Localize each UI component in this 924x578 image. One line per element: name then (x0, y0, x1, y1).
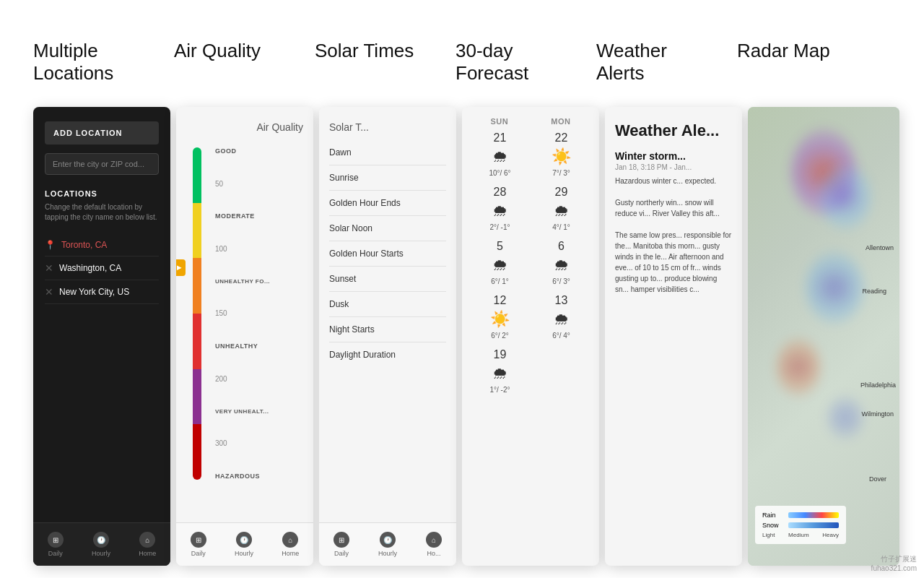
air-daily-icon: ⊞ (191, 532, 206, 548)
tab-solar-hourly[interactable]: 🕐 Hourly (378, 532, 397, 557)
screen-solar: Solar T... Dawn Sunrise Golden Hour Ends… (319, 107, 456, 566)
forecast-day-29: 29 🌧 4°/ 1° (534, 186, 588, 231)
tab-home-label: Home (139, 550, 156, 557)
tab-air-daily[interactable]: ⊞ Daily (191, 532, 206, 557)
city-philadelphia: Philadelphia (860, 381, 896, 389)
alert-date: Jan 18, 3:18 PM - Jan... (615, 163, 732, 171)
aqi-number-200: 200 (215, 375, 303, 383)
city-reading: Reading (862, 288, 886, 295)
tab-bar-solar: ⊞ Daily 🕐 Hourly ⌂ Ho... (319, 522, 456, 566)
solar-golden-hour-ends: Golden Hour Ends (329, 191, 446, 216)
radar-blob-blue-1 (820, 165, 871, 230)
locations-section-desc: Change the default location by tapping t… (45, 202, 159, 223)
forecast-row-4: 12 ☀️ 6°/ 2° 13 🌧 6°/ 4° (469, 294, 592, 340)
screen-radar-map: Allentown Reading Philadelphia Wilmingto… (748, 107, 899, 566)
aqi-label-good: GOOD (215, 147, 303, 155)
forecast-date-21: 21 (494, 131, 507, 144)
radar-legend: Rain Snow Light Medium Heavy (755, 506, 846, 544)
solar-noon: Solar Noon (329, 216, 446, 241)
aqi-very-unhealthy-segment (193, 369, 201, 425)
aqi-number-50: 50 (215, 180, 303, 188)
forecast-day-5: 5 🌧 6°/ 1° (473, 240, 527, 285)
screen-locations: ADD LOCATION Enter the city or ZIP cod..… (33, 107, 170, 566)
forecast-mon-header: MON (551, 117, 570, 126)
screen-air-quality: Air Quality 122 GOOD (176, 107, 313, 566)
forecast-date-6: 6 (558, 240, 565, 253)
radar-blob-blue-3 (827, 396, 863, 439)
alert-winter-storm: Winter storm... Jan 18, 3:18 PM - Jan...… (615, 150, 732, 295)
tab-home[interactable]: ⌂ Home (139, 532, 156, 557)
forecast-temp-28: 2°/ -1° (489, 223, 510, 231)
daily-icon: ⊞ (48, 532, 64, 548)
aqi-bar-container: 122 (186, 147, 208, 480)
tab-solar-home[interactable]: ⌂ Ho... (426, 532, 442, 557)
aqi-unhealthy-sensitive-segment (193, 258, 201, 314)
forecast-icon-28: 🌧 (492, 202, 508, 220)
forecast-day-28: 28 🌧 2°/ -1° (473, 186, 527, 231)
legend-labels: Light Medium Heavy (762, 532, 839, 538)
remove-icon-washington[interactable]: ✕ (45, 262, 53, 274)
legend-heavy: Heavy (822, 532, 839, 538)
aqi-good-segment (193, 147, 201, 203)
city-search-input[interactable]: Enter the city or ZIP cod... (45, 153, 159, 175)
forecast-icon-22: ☀️ (552, 147, 571, 166)
solar-home-icon: ⌂ (426, 532, 442, 548)
location-item-washington[interactable]: ✕ Washington, CA (45, 256, 159, 280)
solar-sunset: Sunset (329, 267, 446, 292)
solar-night-starts: Night Starts (329, 317, 446, 342)
alert-name: Winter storm... (615, 150, 732, 162)
watermark: 竹子扩展迷fuhao321.com (871, 554, 917, 572)
solar-header: Solar T... (319, 107, 456, 140)
legend-rain-row: Rain (762, 512, 839, 519)
solar-daily-icon: ⊞ (334, 532, 349, 548)
tab-daily[interactable]: ⊞ Daily (48, 532, 64, 557)
forecast-row-1: 21 🌧 10°/ 6° 22 ☀️ 7°/ 3° (469, 131, 592, 177)
forecast-temp-12: 6°/ 2° (491, 332, 509, 340)
forecast-day-13: 13 🌧 6°/ 4° (534, 294, 588, 340)
screen-forecast: SUN MON 21 🌧 10°/ 6° 22 ☀️ 7°/ 3° (462, 107, 599, 566)
solar-list: Dawn Sunrise Golden Hour Ends Solar Noon… (319, 140, 456, 367)
forecast-date-12: 12 (494, 294, 507, 307)
tab-air-home[interactable]: ⌂ Home (282, 532, 299, 557)
tab-hourly[interactable]: 🕐 Hourly (92, 532, 110, 557)
forecast-sun-header: SUN (491, 117, 509, 126)
forecast-header: SUN MON (462, 107, 599, 131)
aqi-number-300: 300 (215, 439, 303, 447)
forecast-day-6: 6 🌧 6°/ 3° (534, 240, 588, 285)
forecast-date-29: 29 (555, 186, 568, 199)
location-item-newyork[interactable]: ✕ New York City, US (45, 280, 159, 304)
city-dover: Dover (869, 475, 886, 483)
header-forecast: 30-day Forecast (456, 40, 596, 85)
hourly-icon: 🕐 (93, 532, 109, 548)
aqi-label-unhealthy: UNHEALTHY (215, 342, 303, 350)
aqi-label-50: 50 (215, 180, 303, 188)
tab-solar-hourly-label: Hourly (378, 550, 397, 557)
tab-solar-home-label: Ho... (427, 550, 440, 557)
locations-section-title: LOCATIONS (45, 189, 159, 198)
remove-icon-newyork[interactable]: ✕ (45, 286, 53, 298)
forecast-date-5: 5 (497, 240, 503, 253)
air-home-icon: ⌂ (282, 532, 298, 548)
legend-snow-row: Snow (762, 522, 839, 529)
forecast-temp-29: 4°/ 1° (552, 223, 570, 231)
solar-dusk: Dusk (329, 292, 446, 317)
aqi-label-150: 150 (215, 309, 303, 317)
header-locations: Multiple Locations (33, 40, 174, 85)
forecast-icon-21: 🌧 (492, 147, 508, 166)
tab-solar-daily[interactable]: ⊞ Daily (334, 532, 349, 557)
aqi-label-200: 200 (215, 375, 303, 383)
forecast-icon-19: 🌧 (492, 364, 508, 383)
location-item-toronto[interactable]: 📍 Toronto, CA (45, 234, 159, 256)
forecast-icon-13: 🌧 (554, 310, 570, 329)
city-allentown: Allentown (866, 244, 894, 251)
tab-solar-daily-label: Daily (334, 550, 349, 557)
forecast-temp-13: 6°/ 4° (552, 332, 570, 340)
forecast-date-13: 13 (555, 294, 568, 307)
add-location-button[interactable]: ADD LOCATION (45, 121, 159, 144)
snow-bar (788, 522, 839, 528)
forecast-date-28: 28 (494, 186, 507, 199)
forecast-day-12: 12 ☀️ 6°/ 2° (473, 294, 527, 340)
tab-air-hourly[interactable]: 🕐 Hourly (235, 532, 253, 557)
location-pin-icon: 📍 (45, 240, 56, 250)
aqi-hazardous-segment (193, 424, 201, 480)
